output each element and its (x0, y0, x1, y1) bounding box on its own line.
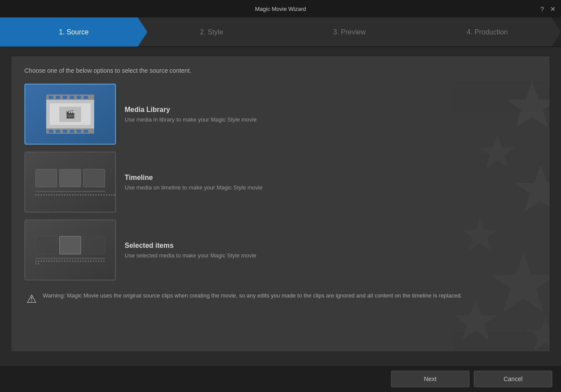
selected-icon (35, 236, 105, 264)
timeline-desc: Use media on timeline to make your Magic… (125, 184, 537, 191)
step-preview[interactable]: 3. Preview (276, 17, 423, 47)
main-content: Choose one of the below options to selec… (11, 56, 550, 352)
warning-box: ⚠ Warning: Magic Movie uses the original… (24, 291, 537, 306)
selected-items-desc: Use selected media to make your Magic St… (125, 252, 537, 259)
warning-icon: ⚠ (27, 292, 37, 306)
media-library-info: Media Library Use media in library to ma… (125, 106, 537, 123)
step-style[interactable]: 2. Style (138, 17, 285, 47)
media-library-title: Media Library (125, 106, 537, 114)
film-icon: 🎬 (46, 95, 94, 134)
steps-header: 1. Source 2. Style 3. Preview 4. Product… (0, 17, 561, 47)
timeline-icon (35, 169, 105, 196)
step-production[interactable]: 4. Production (414, 17, 561, 47)
media-library-desc: Use media in library to make your Magic … (125, 116, 537, 123)
media-library-card[interactable]: 🎬 Media Library Use media in library to … (24, 84, 537, 145)
selected-items-thumb (24, 220, 116, 280)
timeline-thumb (24, 152, 116, 213)
warning-text: Warning: Magic Movie uses the original s… (43, 291, 462, 300)
window-controls: ? ✕ (541, 6, 556, 12)
svg-marker-6 (527, 317, 550, 351)
cancel-button[interactable]: Cancel (474, 371, 552, 387)
next-button[interactable]: Next (391, 371, 469, 387)
selected-items-card[interactable]: Selected items Use selected media to mak… (24, 220, 537, 280)
media-library-thumb: 🎬 (24, 84, 116, 145)
selected-items-title: Selected items (125, 242, 537, 250)
window-title: Magic Movie Wizard (255, 6, 306, 12)
title-bar: Magic Movie Wizard ? ✕ (0, 0, 561, 17)
selected-items-info: Selected items Use selected media to mak… (125, 242, 537, 259)
help-button[interactable]: ? (541, 6, 544, 12)
timeline-title: Timeline (125, 174, 537, 182)
instruction-text: Choose one of the below options to selec… (24, 67, 537, 74)
step-source[interactable]: 1. Source (0, 17, 147, 47)
timeline-card[interactable]: Timeline Use media on timeline to make y… (24, 152, 537, 213)
bottom-bar: Next Cancel (0, 366, 561, 392)
timeline-info: Timeline Use media on timeline to make y… (125, 174, 537, 191)
close-button[interactable]: ✕ (550, 6, 556, 12)
